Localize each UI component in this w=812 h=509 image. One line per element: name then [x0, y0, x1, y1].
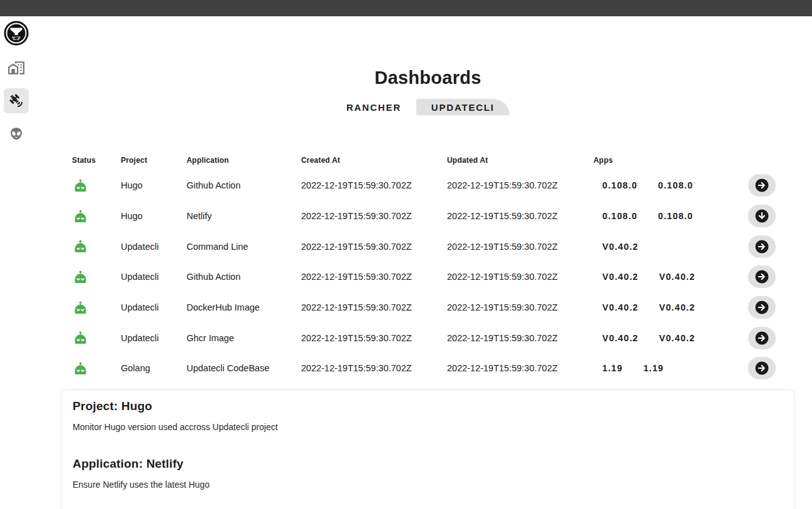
open-row-button[interactable]	[748, 327, 776, 349]
table-row: Updatecli DockerHub Image 2022-12-19T15:…	[61, 292, 795, 323]
application-heading: Application: Netlify	[73, 457, 783, 471]
page-title: Dashboards	[61, 67, 795, 88]
pipelines-table: Status Project Application Created At Up…	[61, 153, 795, 384]
arrow-right-circle-icon	[754, 300, 769, 315]
robot-status-icon	[73, 240, 88, 253]
updated-at-cell: 2022-12-19T15:59:30.702Z	[447, 180, 594, 190]
created-at-cell: 2022-12-19T15:59:30.702Z	[301, 211, 447, 221]
project-cell: Hugo	[121, 211, 187, 221]
app-version-chip: 0.108.0	[602, 211, 637, 221]
app-version-chip: V0.40.2	[602, 333, 639, 343]
robot-status-icon	[73, 210, 88, 223]
open-row-button[interactable]	[748, 296, 776, 319]
updated-at-cell: 2022-12-19T15:59:30.702Z	[447, 363, 594, 373]
collapse-row-button[interactable]	[748, 205, 776, 227]
application-cell: Updatecli CodeBase	[187, 363, 301, 373]
apps-cell: V0.40.2 V0.40.2	[594, 333, 748, 343]
app-version-chip: V0.40.2	[659, 302, 696, 312]
app-version-chip: V0.40.2	[602, 242, 639, 252]
project-cell: Updatecli	[121, 333, 187, 343]
sidebar-item-about[interactable]	[4, 121, 29, 146]
application-description: Ensure Netlify uses the latest Hugo	[73, 480, 783, 490]
sidebar-item-pipelines[interactable]	[4, 88, 29, 113]
robot-status-icon	[73, 301, 88, 314]
application-cell: DockerHub Image	[187, 302, 301, 312]
project-description: Monitor Hugo version used accross Update…	[73, 422, 783, 433]
arrow-right-circle-icon	[754, 178, 769, 193]
app-version-chip: V0.40.2	[602, 272, 639, 282]
updated-at-cell: 2022-12-19T15:59:30.702Z	[447, 272, 594, 282]
column-header-updated-at: Updated At	[447, 156, 594, 165]
open-row-button[interactable]	[748, 174, 776, 197]
status-cell	[61, 179, 121, 192]
robot-status-icon	[73, 331, 88, 344]
apps-cell: 0.108.0 0.108.0	[594, 180, 748, 190]
tab-updatecli[interactable]: UPDATECLI	[416, 99, 510, 115]
arrow-right-circle-icon	[754, 331, 769, 346]
updated-at-cell: 2022-12-19T15:59:30.702Z	[447, 333, 594, 343]
column-header-apps: Apps	[594, 156, 748, 165]
project-cell: Hugo	[121, 180, 187, 190]
sidebar	[0, 16, 33, 146]
status-cell	[61, 210, 121, 223]
column-header-project: Project	[121, 156, 187, 165]
tab-rancher[interactable]: RANCHER	[346, 99, 401, 115]
app-version-chip: 0.108.0	[658, 211, 693, 221]
updatecli-logo[interactable]	[4, 21, 29, 46]
apps-cell: 0.108.0 0.108.0	[594, 211, 748, 221]
details-card: Project: Hugo Monitor Hugo version used …	[61, 389, 795, 509]
updated-at-cell: 2022-12-19T15:59:30.702Z	[447, 211, 594, 221]
open-row-button[interactable]	[748, 235, 776, 258]
main-content: Dashboards RANCHER UPDATECLI Status Proj…	[61, 16, 795, 509]
app-version-chip: 0.108.0	[602, 180, 637, 190]
app-version-chip: 1.19	[602, 363, 623, 373]
arrow-right-circle-icon	[754, 361, 769, 376]
application-cell: Github Action	[187, 272, 301, 282]
arrow-down-circle-icon	[754, 208, 769, 224]
app-version-chip: V0.40.2	[659, 333, 696, 343]
created-at-cell: 2022-12-19T15:59:30.702Z	[301, 302, 447, 312]
sidebar-item-home[interactable]	[4, 56, 29, 81]
application-cell: Netlify	[187, 211, 301, 221]
arrow-right-circle-icon	[754, 239, 769, 254]
table-row: Updatecli Github Action 2022-12-19T15:59…	[61, 262, 795, 292]
robot-status-icon	[73, 362, 88, 375]
application-cell: Ghcr Image	[187, 333, 301, 343]
home-city-icon	[8, 60, 24, 76]
table-row: Updatecli Ghcr Image 2022-12-19T15:59:30…	[61, 322, 795, 353]
application-cell: Command Line	[187, 242, 301, 252]
status-cell	[61, 270, 121, 284]
application-cell: Github Action	[187, 180, 301, 190]
updated-at-cell: 2022-12-19T15:59:30.702Z	[447, 242, 594, 252]
table-row: Hugo Github Action 2022-12-19T15:59:30.7…	[61, 170, 795, 201]
project-heading: Project: Hugo	[73, 399, 783, 413]
satellite-icon	[9, 93, 24, 108]
top-app-bar	[0, 0, 812, 16]
apps-cell: V0.40.2	[594, 242, 748, 252]
created-at-cell: 2022-12-19T15:59:30.702Z	[301, 272, 447, 282]
created-at-cell: 2022-12-19T15:59:30.702Z	[301, 333, 447, 343]
table-row: Updatecli Command Line 2022-12-19T15:59:…	[61, 231, 795, 262]
status-cell	[61, 240, 121, 253]
apps-cell: 1.19 1.19	[594, 363, 748, 373]
dashboard-tabs: RANCHER UPDATECLI	[61, 99, 795, 115]
created-at-cell: 2022-12-19T15:59:30.702Z	[301, 242, 447, 252]
project-cell: Updatecli	[121, 302, 187, 312]
apps-cell: V0.40.2 V0.40.2	[594, 272, 748, 282]
column-header-status: Status	[61, 156, 121, 165]
robot-status-icon	[73, 270, 88, 284]
status-cell	[61, 301, 121, 314]
table-header: Status Project Application Created At Up…	[61, 153, 795, 168]
open-row-button[interactable]	[748, 265, 776, 288]
table-body: Hugo Github Action 2022-12-19T15:59:30.7…	[61, 170, 795, 384]
app-version-chip: 0.108.0	[658, 180, 693, 190]
table-row: Hugo Netlify 2022-12-19T15:59:30.702Z 20…	[61, 201, 795, 232]
open-row-button[interactable]	[748, 357, 776, 379]
project-cell: Golang	[121, 363, 187, 373]
app-version-chip: V0.40.2	[602, 302, 639, 312]
column-header-created-at: Created At	[301, 156, 447, 165]
updated-at-cell: 2022-12-19T15:59:30.702Z	[447, 302, 594, 312]
app-version-chip: 1.19	[644, 363, 664, 373]
project-cell: Updatecli	[121, 242, 187, 252]
created-at-cell: 2022-12-19T15:59:30.702Z	[301, 363, 447, 373]
